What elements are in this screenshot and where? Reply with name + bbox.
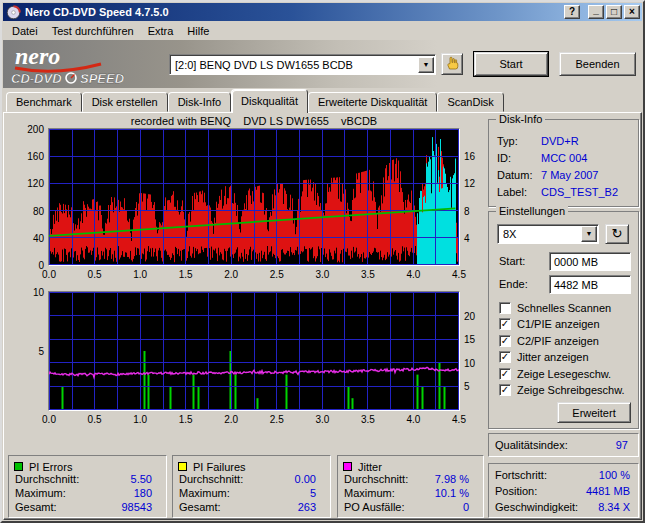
pi-errors-chart: 200160120804001612840.00.51.01.52.02.53.… (4, 113, 488, 273)
tab-benchmark[interactable]: Benchmark (6, 92, 82, 112)
stat-row: Maximum:10.1 % (338, 487, 483, 501)
settings-group: Einstellungen 8X ▼ ↻ Start: 0000 MB Ende… (488, 211, 639, 429)
stat-label: Durchschnitt: (344, 473, 408, 487)
axis-tick: 2.0 (219, 414, 243, 425)
stat-label: Durchschnitt: (179, 473, 243, 487)
checkbox-zeige-schreibgeschw[interactable]: ✓Zeige Schreibgeschw. (499, 383, 625, 398)
minimize-button[interactable]: _ (588, 5, 604, 19)
stat-label: Gesamt: (179, 501, 221, 515)
maximize-button[interactable]: □ (606, 5, 622, 19)
axis-tick: 120 (4, 178, 44, 189)
nero-logo: nero CD-DVD SPEED (7, 41, 165, 87)
menu-item-datei[interactable]: Datei (5, 23, 45, 39)
drive-select[interactable]: [2:0] BENQ DVD LS DW1655 BCDB ▼ (169, 54, 436, 75)
axis-tick: 200 (4, 124, 44, 135)
quality-index-label: Qualitätsindex: (495, 439, 568, 451)
axis-tick: 0.5 (83, 414, 107, 425)
stat-panel-pi-failures: PI FailuresDurchschnitt:0.00Maximum:5Ges… (172, 455, 331, 518)
stat-label: Maximum: (344, 487, 395, 501)
stat-value: 0.00 (295, 473, 316, 487)
axis-tick: 40 (4, 233, 44, 244)
menu-bar: DateiTest durchführenExtraHilfe (3, 22, 642, 40)
start-button[interactable]: Start (474, 52, 548, 76)
axis-tick: 160 (4, 151, 44, 162)
disk-info-value: DVD+R (541, 135, 579, 147)
stat-panel-header: Jitter (338, 456, 483, 473)
checkbox-box[interactable] (499, 302, 511, 314)
window-title: Nero CD-DVD Speed 4.7.5.0 (25, 6, 562, 18)
app-window: Nero CD-DVD Speed 4.7.5.0 ? _ □ × DateiT… (0, 0, 645, 523)
menu-item-test-durchf-hren[interactable]: Test durchführen (45, 23, 141, 39)
close-button[interactable]: × (624, 5, 640, 19)
stat-value: 180 (134, 487, 152, 501)
checkbox-list: Schnelles Scannen✓C1/PIE anzeigen✓C2/PIF… (489, 212, 638, 428)
axis-tick: 5 (464, 381, 488, 392)
tab-disk-erstellen[interactable]: Disk erstellen (82, 92, 168, 112)
disk-info-value: CDS_TEST_B2 (541, 186, 618, 198)
tab-strip: BenchmarkDisk erstellenDisk-InfoDiskqual… (3, 89, 642, 113)
stat-panel-pi-errors: PI ErrorsDurchschnitt:5.50Maximum:180Ges… (8, 455, 167, 518)
axis-tick: 8 (464, 206, 488, 217)
disk-info-row: ID:MCC 004 (489, 149, 638, 166)
legend-color-chip (343, 462, 352, 471)
menu-item-extra[interactable]: Extra (141, 23, 181, 39)
stat-label: PO Ausfälle: (344, 501, 405, 515)
axis-tick: 4.0 (401, 414, 425, 425)
logo-cd-dvd-text: CD-DVD (11, 71, 62, 86)
stat-panel-title: PI Failures (193, 461, 246, 473)
checkbox-zeige-lesegeschw[interactable]: ✓Zeige Lesegeschw. (499, 366, 611, 381)
checkbox-label: Zeige Schreibgeschw. (517, 384, 625, 396)
progress-row: Geschwindigkeit:8.34 X (489, 499, 638, 515)
stat-label: Maximum: (15, 487, 66, 501)
checkbox-schnelles-scannen[interactable]: Schnelles Scannen (499, 300, 611, 315)
app-icon (6, 5, 21, 20)
axis-tick: 5 (4, 346, 44, 357)
jitter-pif-plot (48, 291, 460, 411)
title-bar[interactable]: Nero CD-DVD Speed 4.7.5.0 ? _ □ × (3, 3, 642, 21)
stat-panel-jitter: JitterDurchschnitt:7.98 %Maximum:10.1 %P… (337, 455, 484, 518)
axis-tick: 12 (464, 178, 488, 189)
disk-info-label: ID: (497, 152, 541, 164)
checkbox-label: C2/PIF anzeigen (517, 335, 599, 347)
axis-tick: 20 (464, 311, 488, 322)
hand-cursor-button[interactable] (441, 53, 463, 75)
menu-item-hilfe[interactable]: Hilfe (180, 23, 216, 39)
axis-tick: 10 (4, 287, 44, 298)
tab-disk-info[interactable]: Disk-Info (168, 92, 231, 112)
disk-info-group: Disk-Info Typ:DVD+RID:MCC 004Datum:7 May… (488, 119, 639, 207)
axis-tick: 0.0 (37, 414, 61, 425)
stat-value: 0 (463, 501, 469, 515)
axis-tick: 3.5 (356, 414, 380, 425)
dropdown-arrow-icon[interactable]: ▼ (418, 57, 434, 73)
progress-label: Position: (495, 485, 537, 497)
tab-diskqualit-t[interactable]: Diskqualität (231, 89, 308, 113)
stat-label: Maximum: (179, 487, 230, 501)
stat-row: Durchschnitt:5.50 (9, 473, 166, 487)
checkbox-jitter-anzeigen[interactable]: ✓Jitter anzeigen (499, 350, 589, 365)
stat-value: 98543 (121, 501, 152, 515)
tab-erweiterte-diskqualit-t[interactable]: Erweiterte Diskqualität (308, 92, 437, 112)
progress-box: Fortschritt:100 %Position:4481 MBGeschwi… (488, 463, 639, 518)
axis-tick: 10 (464, 358, 488, 369)
checkbox-box[interactable]: ✓ (499, 384, 511, 396)
stat-panel-header: PI Failures (173, 456, 330, 473)
disk-info-label: Typ: (497, 135, 541, 147)
stat-row: Maximum:180 (9, 487, 166, 501)
stat-value: 10.1 % (435, 487, 469, 501)
quit-button[interactable]: Beenden (559, 52, 636, 76)
axis-tick: 2.5 (265, 414, 289, 425)
disk-info-row: Typ:DVD+R (489, 132, 638, 149)
checkbox-box[interactable]: ✓ (499, 318, 511, 330)
help-button[interactable]: ? (564, 5, 580, 19)
stat-panel-header: PI Errors (9, 456, 166, 473)
drive-select-value: [2:0] BENQ DVD LS DW1655 BCDB (170, 59, 418, 71)
axis-tick: 80 (4, 206, 44, 217)
checkbox-box[interactable]: ✓ (499, 351, 511, 363)
advanced-button[interactable]: Erweitert (557, 402, 631, 423)
checkbox-c1-pie-anzeigen[interactable]: ✓C1/PIE anzeigen (499, 317, 600, 332)
stats-row: PI ErrorsDurchschnitt:5.50Maximum:180Ges… (4, 455, 486, 518)
tab-scandisk[interactable]: ScanDisk (437, 92, 503, 112)
checkbox-box[interactable]: ✓ (499, 335, 511, 347)
checkbox-box[interactable]: ✓ (499, 368, 511, 380)
checkbox-c2-pif-anzeigen[interactable]: ✓C2/PIF anzeigen (499, 333, 599, 348)
